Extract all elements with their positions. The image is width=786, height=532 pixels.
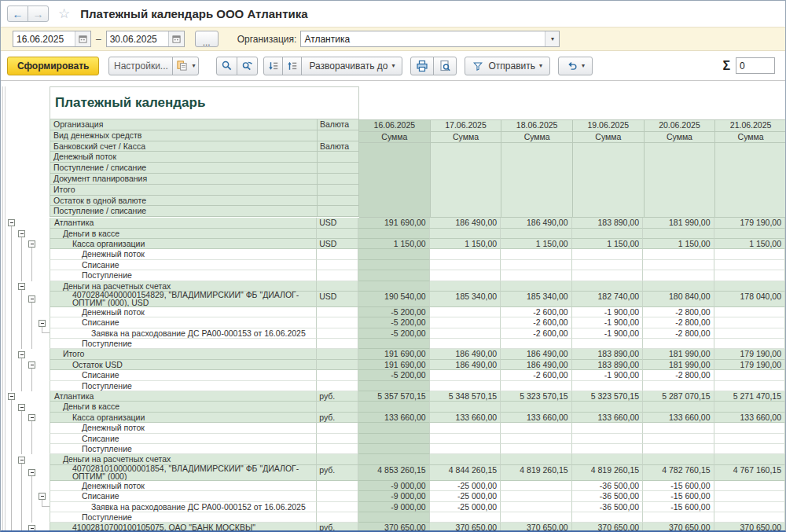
row-label-cell[interactable]: Деньги в кассе bbox=[50, 402, 316, 412]
value-cell[interactable]: -2 800,00 bbox=[643, 328, 714, 339]
value-cell[interactable]: -5 200,00 bbox=[358, 317, 429, 328]
header-currency-cell[interactable] bbox=[317, 130, 359, 141]
value-cell[interactable] bbox=[358, 260, 429, 270]
value-cell[interactable]: 180 840,00 bbox=[643, 292, 714, 307]
generate-button[interactable]: Сформировать bbox=[7, 57, 99, 75]
value-cell[interactable] bbox=[358, 381, 429, 391]
value-cell[interactable]: 186 490,00 bbox=[430, 360, 501, 370]
value-cell[interactable]: 1 150,00 bbox=[358, 239, 429, 249]
row-label-cell[interactable]: Поступление bbox=[50, 512, 316, 523]
row-label-cell[interactable]: Списание bbox=[50, 370, 316, 380]
date-from-calendar-button[interactable] bbox=[75, 31, 90, 46]
value-cell[interactable]: 181 990,00 bbox=[643, 218, 714, 228]
value-cell[interactable]: 5 323 570,15 bbox=[572, 391, 643, 402]
value-cell[interactable]: 133 660,00 bbox=[501, 413, 571, 423]
value-cell[interactable]: 1 150,00 bbox=[572, 239, 643, 249]
value-cell[interactable] bbox=[572, 381, 643, 391]
value-cell[interactable] bbox=[572, 402, 643, 412]
sum-column-header[interactable]: Сумма bbox=[645, 132, 716, 143]
value-cell[interactable]: 181 990,00 bbox=[643, 360, 714, 370]
value-cell[interactable] bbox=[643, 339, 714, 349]
header-label-cell[interactable]: Поступление / списание bbox=[50, 206, 317, 217]
value-cell[interactable] bbox=[572, 423, 643, 433]
value-cell[interactable]: 191 690,00 bbox=[358, 360, 429, 370]
value-cell[interactable]: 186 490,00 bbox=[501, 360, 571, 370]
value-cell[interactable]: 4 782 760,15 bbox=[643, 465, 714, 481]
row-currency-cell[interactable] bbox=[316, 260, 358, 270]
value-cell[interactable] bbox=[430, 229, 501, 239]
value-cell[interactable]: -25 000,00 bbox=[430, 481, 501, 491]
row-currency-cell[interactable] bbox=[316, 307, 358, 317]
row-currency-cell[interactable] bbox=[316, 339, 358, 349]
value-cell[interactable] bbox=[714, 444, 785, 454]
value-cell[interactable]: -2 600,00 bbox=[501, 328, 571, 339]
sum-column-header[interactable]: Сумма bbox=[573, 132, 645, 143]
date-from-input[interactable] bbox=[13, 31, 75, 46]
value-cell[interactable] bbox=[430, 270, 501, 281]
value-cell[interactable]: -2 800,00 bbox=[643, 317, 714, 328]
value-cell[interactable] bbox=[430, 381, 501, 391]
row-label-cell[interactable]: Поступление bbox=[50, 339, 316, 349]
organization-dropdown-button[interactable]: ▾ bbox=[545, 31, 559, 46]
row-label-cell[interactable]: Денежный поток bbox=[50, 481, 316, 491]
header-currency-cell[interactable]: Валюта bbox=[317, 141, 359, 152]
value-cell[interactable] bbox=[714, 307, 785, 317]
value-cell[interactable]: 5 287 070,15 bbox=[643, 391, 714, 402]
value-cell[interactable] bbox=[501, 402, 571, 412]
collapse-toggle[interactable] bbox=[8, 393, 15, 400]
value-cell[interactable] bbox=[572, 434, 643, 444]
value-cell[interactable]: -15 600,00 bbox=[643, 491, 714, 501]
value-cell[interactable] bbox=[643, 434, 714, 444]
row-label-cell[interactable]: Поступление bbox=[50, 270, 316, 281]
value-cell[interactable] bbox=[358, 281, 429, 292]
value-cell[interactable] bbox=[714, 512, 785, 523]
row-label-cell[interactable]: Денежный поток bbox=[50, 249, 316, 259]
header-currency-cell[interactable]: Валюта bbox=[317, 119, 359, 130]
row-currency-cell[interactable] bbox=[316, 249, 358, 259]
value-cell[interactable] bbox=[572, 281, 643, 292]
value-cell[interactable]: 4 853 260,15 bbox=[358, 465, 429, 481]
header-label-cell[interactable]: Денежный поток bbox=[50, 152, 317, 163]
value-cell[interactable] bbox=[501, 502, 571, 512]
autosum-input[interactable] bbox=[736, 58, 774, 73]
row-label-cell[interactable]: Заявка на расходование ДС РА00-000153 от… bbox=[50, 328, 316, 339]
value-cell[interactable] bbox=[358, 249, 429, 259]
value-cell[interactable] bbox=[714, 434, 785, 444]
collapse-toggle[interactable] bbox=[18, 230, 25, 237]
value-cell[interactable]: 370 650,00 bbox=[430, 523, 501, 532]
value-cell[interactable]: 191 690,00 bbox=[358, 349, 429, 359]
row-currency-cell[interactable] bbox=[316, 317, 358, 328]
print-button[interactable] bbox=[410, 57, 434, 75]
value-cell[interactable]: 1 150,00 bbox=[501, 239, 571, 249]
value-cell[interactable] bbox=[430, 444, 501, 454]
value-cell[interactable] bbox=[714, 281, 785, 292]
header-currency-cell[interactable] bbox=[317, 185, 359, 196]
value-cell[interactable]: -25 000,00 bbox=[430, 502, 501, 512]
value-cell[interactable]: 133 660,00 bbox=[358, 413, 429, 423]
value-cell[interactable] bbox=[430, 328, 501, 339]
value-cell[interactable]: 4 819 260,15 bbox=[501, 465, 571, 481]
value-cell[interactable] bbox=[430, 402, 501, 412]
sum-column-header[interactable]: Сумма bbox=[715, 132, 785, 143]
value-cell[interactable] bbox=[358, 454, 429, 464]
value-cell[interactable] bbox=[430, 317, 501, 328]
value-cell[interactable] bbox=[501, 423, 571, 433]
row-label-cell[interactable]: Поступление bbox=[50, 381, 316, 391]
value-cell[interactable] bbox=[643, 454, 714, 464]
value-cell[interactable] bbox=[501, 260, 571, 270]
header-label-cell[interactable]: Поступление / списание bbox=[50, 163, 317, 174]
value-cell[interactable] bbox=[358, 339, 429, 349]
row-currency-cell[interactable] bbox=[316, 481, 358, 491]
value-cell[interactable]: 190 540,00 bbox=[358, 292, 429, 307]
value-cell[interactable] bbox=[358, 434, 429, 444]
value-cell[interactable] bbox=[430, 434, 501, 444]
row-label-cell[interactable]: Итого bbox=[50, 349, 316, 359]
value-cell[interactable]: 182 740,00 bbox=[572, 292, 643, 307]
value-cell[interactable] bbox=[501, 434, 571, 444]
favorite-star-icon[interactable]: ☆ bbox=[58, 7, 70, 20]
value-cell[interactable] bbox=[643, 423, 714, 433]
value-cell[interactable]: 179 190,00 bbox=[714, 218, 785, 228]
date-column-header[interactable]: 18.06.2025 bbox=[501, 120, 573, 132]
row-currency-cell[interactable]: руб. bbox=[316, 413, 358, 423]
row-label-cell[interactable]: Денежный поток bbox=[50, 423, 316, 433]
